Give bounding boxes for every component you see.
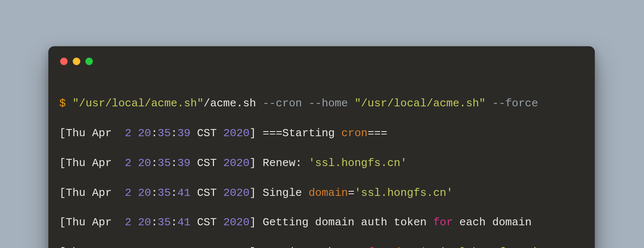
log-text: Getting domain auth token	[263, 216, 433, 229]
ts-tz: CST	[190, 157, 223, 169]
arg-string: "/usr/local/acme.sh"	[354, 97, 492, 110]
space	[132, 127, 138, 140]
colon: :	[171, 216, 177, 229]
log-text: Single	[263, 187, 309, 199]
log-line: [Thu Apr 2 20:35:39 CST 2020] ===Startin…	[59, 126, 584, 141]
equals: =	[348, 187, 355, 199]
log-string: 'ssl.hongfs.cn'	[354, 187, 453, 199]
ts-min: 35	[158, 127, 171, 140]
ts-open: [Thu Apr	[59, 216, 125, 229]
ts-open: [Thu Apr	[59, 246, 125, 248]
log-string: 'ssl.hongfs.cn'	[440, 246, 538, 248]
log-keyword: domain	[309, 187, 348, 199]
log-line: [Thu Apr 2 20:35:41 CST 2020] Single dom…	[59, 186, 584, 201]
colon: :	[171, 187, 177, 199]
space	[132, 246, 138, 248]
ts-open: [Thu Apr	[59, 127, 125, 140]
ts-hour: 20	[138, 246, 151, 248]
ts-close: ]	[250, 187, 263, 199]
log-line: [Thu Apr 2 20:35:44 CST 2020] Getting we…	[59, 245, 584, 248]
log-text: ===	[367, 127, 387, 140]
colon: :	[151, 187, 158, 199]
ts-min: 35	[158, 157, 171, 169]
ts-day: 2	[125, 216, 132, 229]
flag-force: --force	[492, 97, 538, 110]
log-text: ===Starting	[263, 127, 341, 140]
ts-hour: 20	[138, 127, 151, 140]
close-icon[interactable]	[60, 58, 68, 65]
ts-min: 35	[158, 187, 171, 199]
ts-day: 2	[125, 246, 132, 248]
log-keyword: domain	[394, 246, 433, 248]
log-text: Renew:	[263, 157, 309, 169]
ts-sec: 39	[177, 127, 190, 140]
ts-hour: 20	[138, 216, 151, 229]
colon: :	[151, 157, 158, 169]
colon: :	[151, 127, 158, 140]
space	[387, 246, 394, 248]
colon: :	[151, 246, 158, 248]
ts-year: 2020	[223, 187, 249, 199]
flag-home: --home	[309, 97, 354, 110]
minimize-icon[interactable]	[73, 58, 80, 65]
ts-year: 2020	[223, 216, 249, 229]
colon: :	[171, 127, 177, 140]
ts-year: 2020	[223, 246, 249, 248]
zoom-icon[interactable]	[85, 58, 93, 65]
ts-close: ]	[250, 157, 263, 169]
ts-hour: 20	[138, 157, 151, 169]
stage: $ "/usr/local/acme.sh"/acme.sh --cron --…	[0, 0, 644, 248]
command-path: /acme.sh	[203, 97, 262, 110]
log-line: [Thu Apr 2 20:35:39 CST 2020] Renew: 'ss…	[59, 156, 584, 171]
ts-sec: 41	[177, 216, 190, 229]
ts-sec: 39	[177, 157, 190, 169]
colon: :	[151, 216, 158, 229]
ts-day: 2	[125, 187, 132, 199]
ts-close: ]	[250, 216, 263, 229]
log-keyword-for: for	[367, 246, 387, 248]
window-controls	[59, 55, 584, 67]
log-line: [Thu Apr 2 20:35:41 CST 2020] Getting do…	[59, 215, 584, 230]
ts-day: 2	[125, 127, 132, 140]
ts-tz: CST	[190, 246, 223, 248]
log-text: each domain	[453, 216, 531, 229]
log-keyword-for: for	[433, 216, 453, 229]
log-string: 'ssl.hongfs.cn'	[309, 157, 407, 169]
ts-open: [Thu Apr	[59, 187, 125, 199]
terminal-content: $ "/usr/local/acme.sh"/acme.sh --cron --…	[59, 82, 584, 248]
ts-open: [Thu Apr	[59, 157, 125, 169]
prompt: $	[59, 97, 72, 110]
colon: :	[171, 157, 177, 169]
ts-day: 2	[125, 157, 132, 169]
flag-cron: --cron	[263, 97, 309, 110]
ts-min: 35	[158, 246, 171, 248]
terminal-window: $ "/usr/local/acme.sh"/acme.sh --cron --…	[48, 46, 595, 248]
ts-close: ]	[250, 246, 263, 248]
ts-sec: 41	[177, 187, 190, 199]
ts-year: 2020	[223, 127, 249, 140]
ts-min: 35	[158, 216, 171, 229]
equals: =	[433, 246, 440, 248]
ts-sec: 44	[177, 246, 190, 248]
ts-year: 2020	[223, 157, 249, 169]
colon: :	[171, 246, 177, 248]
space	[132, 157, 138, 169]
space	[132, 216, 138, 229]
command-line: $ "/usr/local/acme.sh"/acme.sh --cron --…	[59, 96, 584, 111]
arg-string: "/usr/local/acme.sh"	[72, 97, 203, 110]
log-keyword: cron	[341, 127, 367, 140]
space	[132, 187, 138, 199]
ts-hour: 20	[138, 187, 151, 199]
ts-close: ]	[250, 127, 263, 140]
log-text: Getting webroot	[263, 246, 368, 248]
ts-tz: CST	[190, 216, 223, 229]
ts-tz: CST	[190, 187, 223, 199]
ts-tz: CST	[190, 127, 223, 140]
